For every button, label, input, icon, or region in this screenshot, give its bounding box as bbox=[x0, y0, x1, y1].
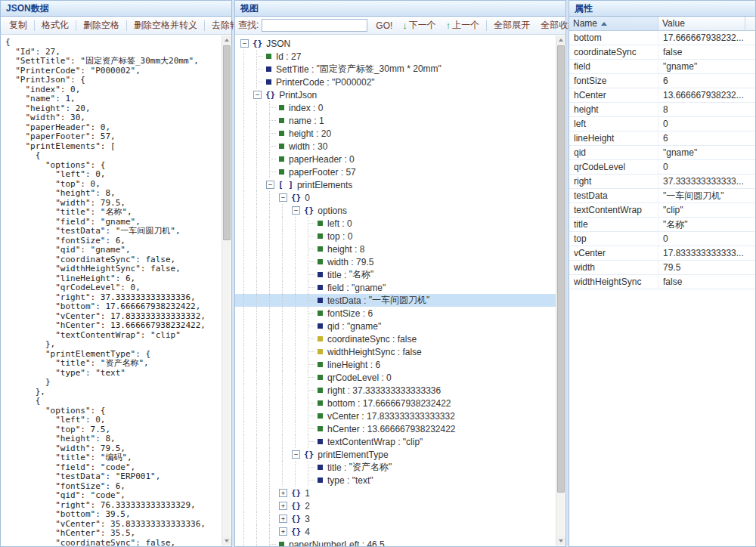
next-button[interactable]: 下一个 bbox=[408, 17, 442, 33]
tree-node-printElements[interactable]: −[ ]printElements bbox=[235, 178, 556, 191]
plus-expander-icon[interactable]: + bbox=[279, 489, 287, 497]
tree-node-widthHeightSync[interactable]: widthHeightSync : false bbox=[235, 345, 556, 358]
tree-node-PrinterCode[interactable]: PrinterCode : "P000002" bbox=[235, 76, 556, 88]
table-row[interactable]: coordinateSyncfalse bbox=[569, 45, 755, 60]
value-column-header[interactable]: Value bbox=[658, 17, 745, 30]
plus-expander-icon[interactable]: + bbox=[279, 527, 287, 536]
name-column-header[interactable]: Name bbox=[569, 17, 658, 30]
tree-node-testData[interactable]: testData : "一车间圆刀机" bbox=[235, 294, 556, 307]
left-toolbar-button-0[interactable]: 复制 bbox=[4, 17, 33, 33]
minus-expander-icon[interactable]: − bbox=[292, 450, 300, 459]
table-row[interactable]: textContentWrap"clip" bbox=[569, 203, 755, 218]
tree-guide bbox=[253, 165, 265, 178]
tree-node-Id[interactable]: Id : 27 bbox=[235, 50, 556, 63]
tree-node-coordinateSync[interactable]: coordinateSync : false bbox=[235, 332, 556, 345]
tree-node-height[interactable]: height : 20 bbox=[235, 127, 556, 140]
left-toolbar-button-2[interactable]: 删除空格 bbox=[78, 17, 125, 33]
tree-node-paperHeader[interactable]: paperHeader : 0 bbox=[235, 153, 556, 165]
minus-expander-icon[interactable]: − bbox=[266, 181, 274, 189]
tree-guide bbox=[278, 397, 291, 409]
tree-node-left[interactable]: left : 0 bbox=[235, 217, 556, 230]
tree-node-height[interactable]: height : 8 bbox=[235, 243, 556, 255]
left-scrollbar[interactable] bbox=[222, 36, 231, 545]
minus-expander-icon[interactable]: − bbox=[253, 91, 262, 99]
tree-guide bbox=[265, 243, 278, 255]
scroll-up-icon[interactable] bbox=[222, 36, 231, 45]
middle-scrollbar[interactable] bbox=[556, 36, 565, 545]
table-row[interactable]: bottom17.666667938232... bbox=[569, 31, 755, 45]
tree-node-0[interactable]: −{}0 bbox=[235, 191, 556, 204]
tree-node-textContentWrap[interactable]: textContentWrap : "clip" bbox=[235, 435, 556, 448]
tree-node-qid[interactable]: qid : "gname" bbox=[235, 320, 556, 332]
tree-node-right[interactable]: right : 37.333333333333336 bbox=[235, 384, 556, 397]
table-row[interactable]: field"gname" bbox=[569, 60, 755, 74]
tree-node-paperNumberLeft[interactable]: paperNumberLeft : 46.5 bbox=[235, 538, 556, 546]
tree-node-options[interactable]: −{}options bbox=[235, 204, 556, 217]
table-row[interactable]: width79.5 bbox=[569, 261, 755, 275]
property-value: 0 bbox=[658, 232, 755, 246]
tree-node-JSON[interactable]: −{}JSON bbox=[235, 37, 556, 50]
tree-node-field[interactable]: field : "gname" bbox=[235, 281, 556, 294]
tree-node-SettTitle[interactable]: SettTitle : "固定资产标签_30mm * 20mm" bbox=[235, 63, 556, 76]
tree-node-index[interactable]: index : 0 bbox=[235, 101, 556, 114]
tree-node-fontSize[interactable]: fontSize : 6 bbox=[235, 307, 556, 320]
plus-expander-icon[interactable]: + bbox=[279, 502, 287, 510]
table-row[interactable]: qid"gname" bbox=[569, 146, 755, 160]
minus-expander-icon[interactable]: − bbox=[279, 193, 287, 202]
tree-node-separator: : bbox=[342, 462, 349, 473]
boolean-icon bbox=[318, 349, 323, 354]
table-row[interactable]: height8 bbox=[569, 103, 755, 117]
tree-node-value: 37.333333333333336 bbox=[352, 385, 441, 396]
scroll-down-icon[interactable] bbox=[222, 536, 231, 545]
tree-node-1[interactable]: +{}1 bbox=[235, 487, 556, 499]
tree-node-hCenter[interactable]: hCenter : 13.666667938232422 bbox=[235, 422, 556, 435]
tree-node-title[interactable]: title : "资产名称" bbox=[235, 461, 556, 474]
tree-node-width[interactable]: width : 30 bbox=[235, 140, 556, 153]
tree-node-printElementType[interactable]: −{}printElementType bbox=[235, 448, 556, 461]
scroll-down-icon[interactable] bbox=[556, 536, 565, 545]
tree-node-title[interactable]: title : "名称" bbox=[235, 268, 556, 281]
left-scrollbar-thumb[interactable] bbox=[223, 45, 231, 240]
tree-node-PrintJson[interactable]: −{}PrintJson bbox=[235, 88, 556, 101]
tree-node-name[interactable]: name : 1 bbox=[235, 114, 556, 127]
table-row[interactable]: fontSize6 bbox=[569, 74, 755, 88]
tree-node-paperFooter[interactable]: paperFooter : 57 bbox=[235, 165, 556, 178]
property-name: testData bbox=[569, 189, 658, 202]
table-row[interactable]: widthHeightSyncfalse bbox=[569, 275, 755, 289]
tree-node-vCenter[interactable]: vCenter : 17.833333333333332 bbox=[235, 409, 556, 422]
minus-expander-icon[interactable]: − bbox=[292, 206, 300, 215]
expand-all-button[interactable]: 全部展开 bbox=[488, 17, 535, 33]
go-button[interactable]: GO! bbox=[370, 19, 398, 32]
tree-node-qrCodeLevel[interactable]: qrCodeLevel : 0 bbox=[235, 371, 556, 384]
table-row[interactable]: top0 bbox=[569, 232, 755, 246]
middle-scrollbar-thumb[interactable] bbox=[557, 45, 565, 493]
tree-node-lineHeight[interactable]: lineHeight : 6 bbox=[235, 358, 556, 371]
string-icon bbox=[318, 285, 323, 290]
left-toolbar-button-1[interactable]: 格式化 bbox=[36, 17, 74, 33]
raw-json-editor[interactable]: { "Id": 27, "SettTitle": "固定资产标签_30mm大20… bbox=[1, 36, 231, 546]
plus-expander-icon[interactable]: + bbox=[279, 515, 287, 523]
table-row[interactable]: qrCodeLevel0 bbox=[569, 160, 755, 175]
json-raw-text[interactable]: { "Id": 27, "SettTitle": "固定资产标签_30mm大20… bbox=[1, 36, 231, 546]
tree-node-bottom[interactable]: bottom : 17.666667938232422 bbox=[235, 397, 556, 409]
table-row[interactable]: left0 bbox=[569, 117, 755, 131]
tree-node-width[interactable]: width : 79.5 bbox=[235, 255, 556, 268]
tree-node-4[interactable]: +{}4 bbox=[235, 525, 556, 538]
table-row[interactable]: vCenter17.833333333333... bbox=[569, 246, 755, 261]
table-row[interactable]: title"名称" bbox=[569, 218, 755, 232]
tree-node-type[interactable]: type : "text" bbox=[235, 474, 556, 487]
tree-node-3[interactable]: +{}3 bbox=[235, 512, 556, 525]
find-input[interactable] bbox=[262, 19, 367, 32]
scroll-up-icon[interactable] bbox=[556, 36, 565, 45]
minus-expander-icon[interactable]: − bbox=[240, 39, 249, 48]
table-row[interactable]: testData"一车间圆刀机" bbox=[569, 189, 755, 203]
tree-node-2[interactable]: +{}2 bbox=[235, 499, 556, 512]
prev-button[interactable]: 上一个 bbox=[451, 17, 485, 33]
table-row[interactable]: right37.333333333333... bbox=[569, 175, 755, 189]
table-row[interactable]: lineHeight6 bbox=[569, 131, 755, 146]
tree-node-separator: : bbox=[314, 128, 321, 139]
tree-guide bbox=[253, 435, 265, 448]
left-toolbar-button-3[interactable]: 删除空格并转义 bbox=[129, 17, 203, 33]
tree-node-top[interactable]: top : 0 bbox=[235, 230, 556, 243]
table-row[interactable]: hCenter13.666667938232... bbox=[569, 88, 755, 103]
